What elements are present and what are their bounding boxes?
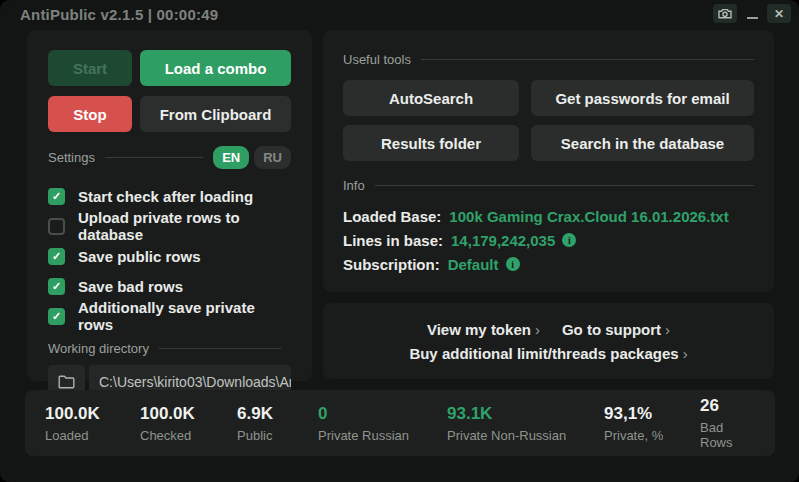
checkbox-label: Upload private rows to database [78,209,291,243]
stat-label: Public [237,428,318,443]
checkbox-label: Save bad rows [78,278,183,295]
checkbox-checked-icon: ✓ [48,188,65,205]
stat-public: 6.9K Public [237,404,318,443]
divider [159,348,281,349]
stat-value: 93,1% [604,404,700,424]
stat-label: Private Non-Russian [447,428,604,443]
stat-value: 100.0K [140,404,237,424]
window-controls: ✕ [713,4,791,23]
buy-packages-text: Buy additional limit/threads packages [409,345,678,362]
stat-label: Loaded [45,428,140,443]
divider [421,59,754,60]
loaded-base-value: 100k Gaming Crax.Cloud 16.01.2026.txt [449,208,728,225]
divider [375,185,754,186]
tools-info-panel: Useful tools AutoSearch Get passwords fo… [323,30,774,292]
subscription-label: Subscription: [343,256,440,273]
links-panel: View my token› Go to support› Buy additi… [323,303,774,379]
support-link[interactable]: Go to support› [562,321,670,338]
stat-value: 100.0K [45,404,140,424]
stat-private-non-russian: 93.1K Private Non-Russian [447,404,604,443]
results-folder-button[interactable]: Results folder [343,125,519,161]
settings-label: Settings [48,150,95,165]
stat-label: Private Russian [318,428,447,443]
close-icon: ✕ [774,7,784,21]
subscription-row: Subscription: Default i [343,252,754,276]
window-title: AntiPublic v2.1.5 | 00:00:49 [20,6,218,23]
start-button[interactable]: Start [48,50,132,86]
screenshot-button[interactable] [713,4,737,23]
checkbox-checked-icon: ✓ [48,278,65,295]
stat-loaded: 100.0K Loaded [45,404,140,443]
support-text: Go to support [562,321,661,338]
view-token-link[interactable]: View my token› [427,321,540,338]
stat-value: 0 [318,404,447,424]
checkbox-save-private-rows[interactable]: ✓ Additionally save private rows [48,301,291,331]
language-en-toggle[interactable]: EN [213,146,249,169]
stop-button[interactable]: Stop [48,96,132,132]
close-button[interactable]: ✕ [767,4,791,23]
chevron-right-icon: › [665,321,670,338]
stat-private-russian: 0 Private Russian [318,404,447,443]
stat-bad-rows: 26 Bad Rows [700,396,755,450]
info-label: Info [343,178,365,193]
checkbox-label: Start check after loading [78,188,253,205]
checkbox-save-bad-rows[interactable]: ✓ Save bad rows [48,271,291,301]
divider [105,157,203,158]
info-icon[interactable]: i [562,233,576,247]
loaded-base-label: Loaded Base: [343,208,441,225]
subscription-value: Default [448,256,499,273]
lines-in-base-row: Lines in base: 14,179,242,035 i [343,228,754,252]
checkbox-checked-icon: ✓ [48,308,65,325]
chevron-right-icon: › [683,345,688,362]
stat-label: Checked [140,428,237,443]
title-bar: AntiPublic v2.1.5 | 00:00:49 ✕ [0,0,799,28]
chevron-right-icon: › [535,321,540,338]
checkbox-upload-private-rows[interactable]: Upload private rows to database [48,211,291,241]
load-combo-button[interactable]: Load a combo [140,50,291,86]
info-icon[interactable]: i [506,257,520,271]
minimize-icon [747,17,758,19]
lines-in-base-label: Lines in base: [343,232,443,249]
stat-checked: 100.0K Checked [140,404,237,443]
camera-icon [718,8,732,19]
minimize-button[interactable] [744,4,760,23]
stat-label: Private, % [604,428,700,443]
lines-in-base-value: 14,179,242,035 [451,232,555,249]
language-ru-toggle[interactable]: RU [254,146,291,169]
stat-value: 26 [700,396,755,416]
working-directory-label: Working directory [48,341,149,356]
checkbox-unchecked-icon [48,218,65,235]
view-token-text: View my token [427,321,531,338]
stat-value: 93.1K [447,404,604,424]
checkbox-label: Additionally save private rows [78,299,291,333]
checkbox-start-check-after-loading[interactable]: ✓ Start check after loading [48,181,291,211]
control-panel: Start Load a combo Stop From Clipboard S… [27,30,312,381]
checkbox-checked-icon: ✓ [48,248,65,265]
stat-value: 6.9K [237,404,318,424]
loaded-base-row: Loaded Base: 100k Gaming Crax.Cloud 16.0… [343,204,754,228]
autosearch-button[interactable]: AutoSearch [343,80,519,116]
checkbox-save-public-rows[interactable]: ✓ Save public rows [48,241,291,271]
folder-icon [58,375,75,389]
buy-packages-link[interactable]: Buy additional limit/threads packages› [409,345,687,362]
stat-label: Bad Rows [700,420,755,450]
stats-bar: 100.0K Loaded 100.0K Checked 6.9K Public… [25,390,775,456]
app-window: AntiPublic v2.1.5 | 00:00:49 ✕ Start Loa… [0,0,799,482]
stat-private-percent: 93,1% Private, % [604,404,700,443]
get-passwords-button[interactable]: Get passwords for email [531,80,754,116]
useful-tools-label: Useful tools [343,52,411,67]
search-database-button[interactable]: Search in the database [531,125,754,161]
from-clipboard-button[interactable]: From Clipboard [140,96,291,132]
checkbox-label: Save public rows [78,248,201,265]
